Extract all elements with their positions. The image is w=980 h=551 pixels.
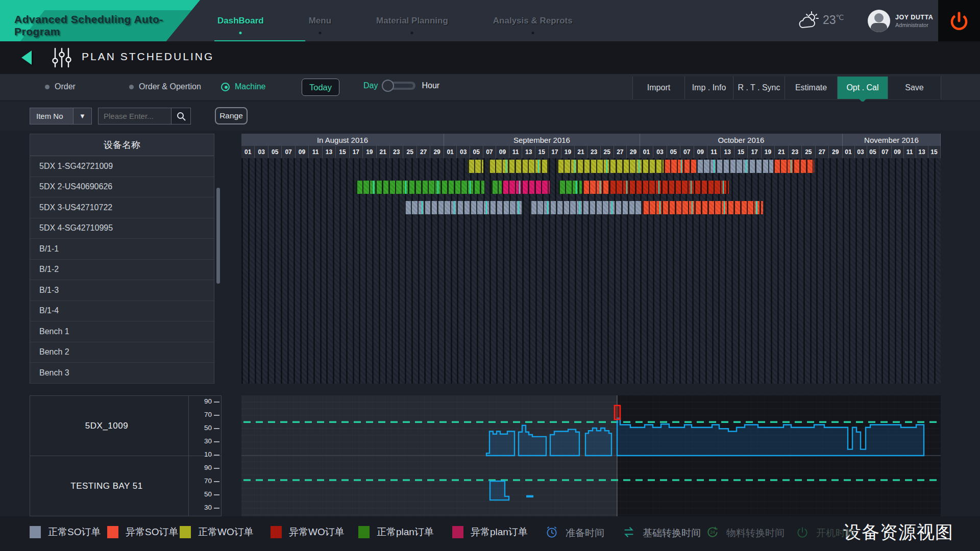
nav-item-material-planning[interactable]: Material Planning xyxy=(373,16,451,26)
gantt-bar-segment[interactable] xyxy=(664,160,696,173)
nav-item-dashboard[interactable]: DashBoard xyxy=(214,16,267,26)
gantt-bar-segment[interactable] xyxy=(582,181,608,194)
gantt-bar-segment[interactable] xyxy=(557,160,664,173)
radio-machine[interactable]: Machine xyxy=(221,82,265,91)
gantt-bar-segment[interactable] xyxy=(356,181,484,194)
title-bar: PLAN STCHEDULING xyxy=(0,41,980,74)
machine-row[interactable]: Bench 1 xyxy=(30,321,214,342)
legend-swatch xyxy=(30,526,41,538)
toggle-day-label[interactable]: Day xyxy=(363,81,378,90)
machine-row[interactable]: 5DX 3-US42710722 xyxy=(30,197,214,218)
power-icon xyxy=(948,10,970,32)
temperature: 23℃ xyxy=(823,13,844,27)
select-chevron-icon[interactable]: ▼ xyxy=(73,108,91,124)
legend-label: 正常WO订单 xyxy=(198,525,254,539)
machine-row[interactable]: 5DX 2-US40690626 xyxy=(30,177,214,198)
avatar[interactable] xyxy=(868,10,890,32)
nav-item-dot xyxy=(411,32,413,34)
y-axis-tick: 70 xyxy=(189,411,212,418)
view-title: 设备资源视图 xyxy=(843,520,953,544)
gantt-bar-segment[interactable] xyxy=(530,201,642,214)
axis-separator xyxy=(188,456,189,516)
legend-item: 异常WO订单 xyxy=(271,525,345,539)
toolbar: OrderOrder & OpertionMachine Today Day H… xyxy=(0,74,980,101)
gantt-bar-segment[interactable] xyxy=(696,160,773,173)
back-button[interactable] xyxy=(21,51,32,65)
gantt-bar-segment[interactable] xyxy=(468,160,483,173)
item-no-value: Item No xyxy=(30,112,73,120)
filter-bar: Item No ▼ Range xyxy=(0,102,980,131)
machine-list-header: 设备名称 xyxy=(30,134,214,156)
top-bar: Advanced Scheduling Auto-Program DashBoa… xyxy=(0,0,980,41)
tick-dash xyxy=(214,468,219,469)
legend-label: 异常WO订单 xyxy=(289,525,345,539)
gantt-bar-segment[interactable] xyxy=(488,160,549,173)
toolbar-button-r-t-sync[interactable]: R . T . Sync xyxy=(733,77,785,99)
tick-dash xyxy=(214,415,219,416)
legend-label: 基础转换时间 xyxy=(643,527,701,540)
machine-row[interactable]: 5DX 1-SG42721009 xyxy=(30,156,214,177)
machine-row[interactable]: B/1-1 xyxy=(30,239,214,260)
tick-dash xyxy=(214,428,219,429)
gantt-month-label: October 2016 xyxy=(640,134,843,146)
nav-item-dot xyxy=(531,32,534,34)
gantt-bar-segment[interactable] xyxy=(502,181,550,194)
tick-dash xyxy=(214,481,219,482)
gantt-month-header: In August 2016September 2016October 2016… xyxy=(241,134,941,146)
toolbar-button-opt-cal[interactable]: Opt . Cal xyxy=(838,77,888,99)
tick-dash xyxy=(214,508,219,509)
machine-row[interactable]: B/1-2 xyxy=(30,260,214,281)
toolbar-button-save[interactable]: Save xyxy=(888,77,941,99)
legend-label: 异常plan订单 xyxy=(471,525,528,539)
search-input[interactable] xyxy=(99,111,171,121)
search-icon[interactable] xyxy=(171,108,190,124)
radio-order-opertion[interactable]: Order & Opertion xyxy=(129,82,201,91)
gantt-bar-segment[interactable] xyxy=(642,201,763,214)
legend-swatch xyxy=(358,526,370,538)
machine-row[interactable]: Bench 3 xyxy=(30,363,214,384)
machine-row[interactable]: Bench 2 xyxy=(30,342,214,363)
y-axis-tick: 30 xyxy=(189,504,212,511)
today-button[interactable]: Today xyxy=(302,79,339,96)
gantt-bar-segment[interactable] xyxy=(773,160,814,173)
toolbar-button-imp-info[interactable]: Imp . Info xyxy=(685,77,733,99)
toggle-hour-label[interactable]: Hour xyxy=(422,81,439,90)
item-no-select[interactable]: Item No ▼ xyxy=(30,108,92,124)
nav-item-analysis-reprots[interactable]: Analysis & Reprots xyxy=(490,16,576,26)
radio-selected-icon[interactable] xyxy=(221,83,230,91)
gantt-bar-segment[interactable] xyxy=(558,181,582,194)
load-chart xyxy=(241,395,941,516)
legend-item: 异常plan订单 xyxy=(452,525,528,539)
sliders-icon xyxy=(51,47,72,70)
day-hour-toggle[interactable] xyxy=(384,82,415,90)
load-row-label-cell: 5DX_10099070503010 xyxy=(30,396,221,456)
toolbar-button-estimate[interactable]: Estimate xyxy=(785,77,838,99)
legend-label: 正常SO订单 xyxy=(48,525,101,539)
legend-item: 正常plan订单 xyxy=(358,525,434,539)
radio-label: Machine xyxy=(235,82,265,91)
gantt-bar-segment[interactable] xyxy=(404,201,523,214)
axis-separator xyxy=(188,396,189,456)
swap-arrows-icon xyxy=(622,525,635,541)
machine-row[interactable]: B/1-4 xyxy=(30,301,214,322)
machine-row[interactable]: B/1-3 xyxy=(30,280,214,301)
power-button[interactable] xyxy=(938,0,980,41)
legend-label: 物料转换时间 xyxy=(726,527,785,540)
radio-icon[interactable] xyxy=(129,85,134,89)
machine-row[interactable]: 5DX 4-SG42710995 xyxy=(30,218,214,239)
tick-dash xyxy=(214,494,219,495)
app-screen: Advanced Scheduling Auto-Program DashBoa… xyxy=(0,0,980,551)
tick-dash xyxy=(214,402,219,403)
gantt-bar-segment[interactable] xyxy=(609,181,729,194)
toolbar-button-import[interactable]: Import xyxy=(632,77,685,99)
legend-label: 准备时间 xyxy=(566,527,604,540)
range-button[interactable]: Range xyxy=(215,107,248,124)
nav-item-menu[interactable]: Menu xyxy=(306,16,334,26)
radio-icon[interactable] xyxy=(45,85,50,89)
gantt-bar-segment[interactable] xyxy=(491,181,501,194)
user-menu[interactable]: JOY DUTTA Administrator ▼ xyxy=(868,7,948,35)
y-axis-tick: 90 xyxy=(189,464,212,471)
search-box xyxy=(98,108,191,124)
machine-list-scrollbar[interactable] xyxy=(216,188,220,284)
radio-order[interactable]: Order xyxy=(45,82,76,91)
